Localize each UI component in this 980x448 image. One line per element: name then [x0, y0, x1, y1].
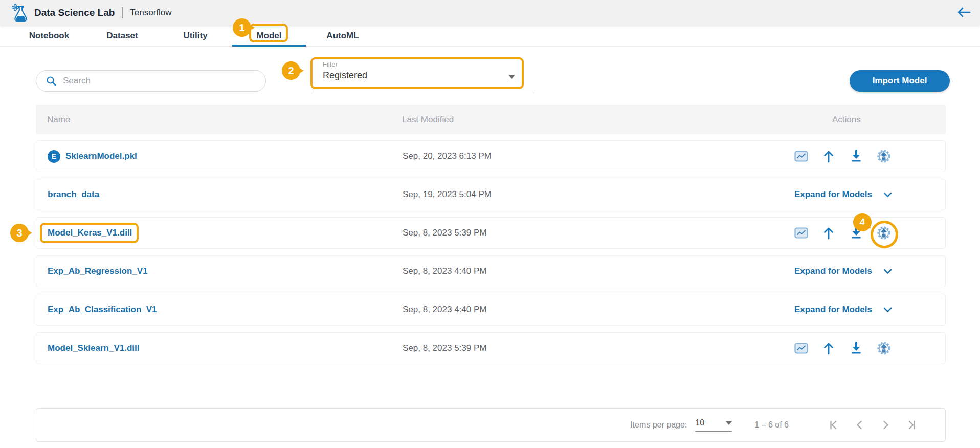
chevron-down-icon[interactable]: [883, 192, 892, 198]
row-name-link[interactable]: branch_data: [48, 189, 99, 200]
metrics-icon[interactable]: [793, 148, 809, 164]
filter-select[interactable]: Filter Registered: [323, 60, 512, 81]
filter-value: Registered: [323, 70, 512, 81]
annotation-badge-3: 3: [10, 224, 29, 242]
row-actions: API: [793, 333, 892, 364]
deploy-api-icon[interactable]: API: [876, 340, 892, 356]
download-icon[interactable]: [848, 340, 864, 356]
items-per-page-label: Items per page:: [630, 420, 687, 430]
table-row[interactable]: Model_Sklearn_V1.dill Sep, 8, 2023 5:39 …: [36, 332, 946, 364]
row-actions: API: [793, 141, 892, 172]
flask-logo-icon: [11, 4, 29, 22]
row-name-cell: E SklearnModel.pkl: [48, 141, 137, 172]
table-row[interactable]: Exp_Ab_Regression_V1 Sep, 8, 2023 4:40 P…: [36, 255, 946, 287]
row-modified: Sep, 8, 2023 5:39 PM: [403, 333, 486, 364]
metrics-icon[interactable]: [793, 225, 809, 241]
row-name-link[interactable]: Exp_Ab_Regression_V1: [48, 266, 148, 276]
expand-for-models-link[interactable]: Expand for Models: [794, 189, 872, 200]
tab-utility[interactable]: Utility: [159, 25, 232, 46]
deploy-api-icon[interactable]: API: [876, 148, 892, 164]
row-modified: Sep, 8, 2023 5:39 PM: [403, 218, 486, 248]
tab-dataset[interactable]: Dataset: [85, 25, 159, 46]
row-actions: Expand for Models: [794, 294, 892, 325]
first-page-icon[interactable]: [828, 418, 841, 432]
column-header-modified: Last Modified: [402, 105, 454, 134]
row-name-cell: Model_Keras_V1.dill: [48, 218, 132, 248]
row-modified: Sep, 8, 2023 4:40 PM: [403, 256, 486, 287]
upload-icon[interactable]: [820, 148, 837, 164]
column-header-actions: Actions: [832, 105, 861, 134]
row-name-link[interactable]: Model_Keras_V1.dill: [48, 228, 132, 238]
table-row[interactable]: Model_Keras_V1.dill Sep, 8, 2023 5:39 PM…: [36, 217, 946, 249]
svg-text:API: API: [882, 232, 886, 235]
svg-text:API: API: [882, 347, 886, 350]
upload-icon[interactable]: [820, 225, 837, 241]
row-name-cell: Exp_Ab_Classification_V1: [48, 294, 157, 325]
filter-underline: [313, 91, 535, 91]
row-actions: API: [793, 218, 892, 248]
row-actions: Expand for Models: [794, 179, 892, 210]
filter-label: Filter: [323, 60, 512, 68]
items-per-page-select[interactable]: 10: [695, 418, 732, 432]
previous-page-icon[interactable]: [853, 418, 866, 432]
next-page-icon[interactable]: [879, 418, 892, 432]
table-header: Name Last Modified Actions: [36, 105, 946, 134]
metrics-icon[interactable]: [793, 340, 809, 356]
deploy-api-icon[interactable]: API: [876, 225, 892, 241]
row-name-cell: branch_data: [48, 179, 99, 210]
brand-divider: [122, 7, 123, 18]
back-arrow-icon[interactable]: [956, 7, 971, 19]
row-modified: Sep, 20, 2023 6:13 PM: [403, 141, 492, 172]
row-type-badge: E: [48, 150, 60, 163]
row-modified: Sep, 8, 2023 4:40 PM: [403, 294, 486, 325]
row-actions: Expand for Models: [794, 256, 892, 287]
row-name-link[interactable]: Model_Sklearn_V1.dill: [48, 343, 140, 353]
tab-notebook[interactable]: Notebook: [12, 25, 86, 46]
tab-model[interactable]: Model: [232, 25, 306, 46]
app-subtitle: Tensorflow: [130, 8, 171, 18]
pagination-bar: Items per page: 10 1 – 6 of 6: [36, 408, 946, 442]
last-page-icon[interactable]: [904, 418, 918, 432]
expand-for-models-link[interactable]: Expand for Models: [794, 305, 872, 315]
items-per-page-value: 10: [695, 418, 704, 428]
filter-caret-down-icon[interactable]: [508, 72, 515, 81]
table-rows: E SklearnModel.pkl Sep, 20, 2023 6:13 PM…: [36, 140, 946, 371]
items-per-page-caret-down-icon: [726, 421, 732, 425]
column-header-name: Name: [47, 105, 70, 134]
app-bar: Data Science Lab Tensorflow: [0, 0, 980, 25]
row-name-cell: Exp_Ab_Regression_V1: [48, 256, 148, 287]
search-input[interactable]: [62, 75, 238, 87]
row-name-link[interactable]: Exp_Ab_Classification_V1: [48, 305, 157, 315]
search-icon: [46, 76, 56, 86]
import-model-button[interactable]: Import Model: [850, 70, 950, 92]
tab-automl[interactable]: AutoML: [306, 25, 380, 46]
tab-bar: Notebook Dataset Utility Model AutoML: [0, 25, 980, 47]
table-row[interactable]: branch_data Sep, 19, 2023 5:04 PM Expand…: [36, 179, 946, 210]
row-name-cell: Model_Sklearn_V1.dill: [48, 333, 140, 364]
upload-icon[interactable]: [820, 340, 837, 356]
pagination-range: 1 – 6 of 6: [754, 420, 789, 430]
chevron-down-icon[interactable]: [883, 307, 892, 313]
svg-text:API: API: [882, 155, 886, 158]
download-icon[interactable]: [848, 148, 864, 164]
expand-for-models-link[interactable]: Expand for Models: [794, 266, 872, 276]
chevron-down-icon[interactable]: [883, 269, 892, 274]
row-name-link[interactable]: SklearnModel.pkl: [65, 151, 137, 161]
row-modified: Sep, 19, 2023 5:04 PM: [403, 179, 492, 210]
download-icon[interactable]: [848, 225, 864, 241]
app-title: Data Science Lab: [34, 7, 115, 18]
table-row[interactable]: E SklearnModel.pkl Sep, 20, 2023 6:13 PM…: [36, 140, 946, 172]
table-row[interactable]: Exp_Ab_Classification_V1 Sep, 8, 2023 4:…: [36, 294, 946, 326]
annotation-badge-2: 2: [282, 61, 300, 80]
search-box[interactable]: [36, 70, 266, 92]
